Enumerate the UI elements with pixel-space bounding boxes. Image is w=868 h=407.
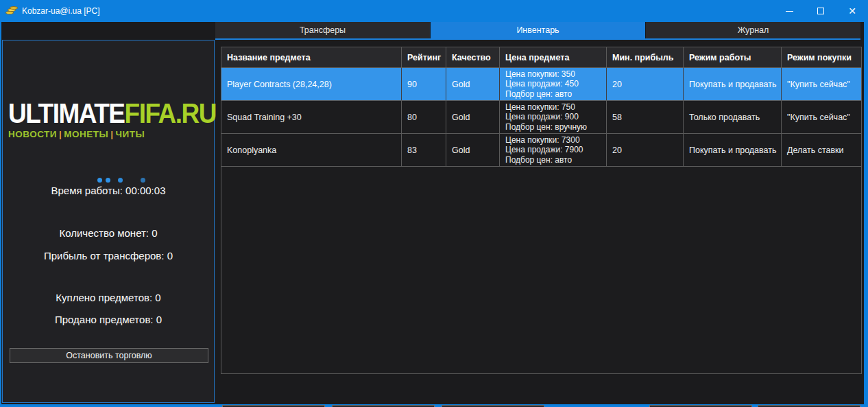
price-mode-line: Подбор цен: авто xyxy=(505,155,572,165)
main-content: Название предмета Рейтинг Качество Цена … xyxy=(218,40,863,404)
tab-inventory[interactable]: Инвентарь xyxy=(431,22,646,38)
window-title: Kobzar-ua@i.ua [PC] xyxy=(22,6,100,16)
transfer-profit-stat: Прибыль от трансферов: 0 xyxy=(3,250,214,261)
price-sell-line: Цена продажи: 900 xyxy=(505,112,579,122)
cell-quality: Gold xyxy=(446,134,500,166)
sidebar: ULTIMATEFIFA.RU НОВОСТИ|МОНЕТЫ|ЧИТЫ Врем… xyxy=(2,40,215,403)
loading-dot xyxy=(97,178,102,183)
cell-quality: Gold xyxy=(446,68,500,100)
uptime-stat: Время работы: 00:00:03 xyxy=(3,185,214,196)
tab-transfers[interactable]: Трансферы xyxy=(215,22,431,38)
inventory-table: Название предмета Рейтинг Качество Цена … xyxy=(221,47,862,374)
cell-buy-mode: "Купить сейчас" xyxy=(782,101,861,133)
logo-text-white: ULTIMATE xyxy=(8,98,125,128)
price-sell-line: Цена продажи: 7900 xyxy=(505,145,583,155)
cell-rating: 83 xyxy=(402,134,446,166)
app-body: Трансферы Инвентарь Журнал ULTIMATEFIFA.… xyxy=(0,22,868,407)
price-buy-line: Цена покупки: 350 xyxy=(505,69,575,80)
table-row[interactable]: Konoplyanka 83 Gold Цена покупки: 7300 Ц… xyxy=(221,134,861,167)
cell-min-profit: 58 xyxy=(607,101,684,133)
table-row[interactable]: Player Contracts (28,24,28) 90 Gold Цена… xyxy=(221,68,861,101)
price-mode-line: Подбор цен: вручную xyxy=(505,122,587,132)
price-sell-line: Цена продажи: 450 xyxy=(505,79,579,89)
header-buy-mode[interactable]: Режим покупки xyxy=(782,47,861,67)
cell-rating: 80 xyxy=(402,101,446,133)
price-buy-line: Цена покупки: 750 xyxy=(505,102,575,113)
tab-journal[interactable]: Журнал xyxy=(646,22,860,38)
maximize-button[interactable] xyxy=(805,0,836,22)
cell-price: Цена покупки: 750 Цена продажи: 900 Подб… xyxy=(500,101,607,133)
cell-work-mode: Покупать и продавать xyxy=(684,68,782,100)
loading-dot xyxy=(106,178,110,183)
logo-text-green: FIFA.RU xyxy=(125,98,216,128)
price-mode-line: Подбор цен: авто xyxy=(505,89,572,100)
minimize-button[interactable] xyxy=(773,0,805,22)
close-icon: ✕ xyxy=(848,6,856,16)
cell-work-mode: Только продавать xyxy=(684,101,782,133)
bought-items-stat: Куплено предметов: 0 xyxy=(3,292,214,303)
tab-strip: Трансферы Инвентарь Журнал xyxy=(215,22,860,40)
cell-item-name: Squad Training +30 xyxy=(221,101,402,133)
cell-min-profit: 20 xyxy=(607,134,684,166)
sold-items-stat: Продано предметов: 0 xyxy=(3,314,214,325)
title-bar: Kobzar-ua@i.ua [PC] ✕ xyxy=(0,0,868,22)
cell-item-name: Player Contracts (28,24,28) xyxy=(221,68,402,100)
loading-dot xyxy=(141,178,145,183)
header-price[interactable]: Цена предмета xyxy=(500,47,607,67)
logo-subtitle-item: МОНЕТЫ xyxy=(64,129,108,139)
cell-quality: Gold xyxy=(446,101,500,133)
logo-subtitle-item: ЧИТЫ xyxy=(116,129,145,139)
header-min-profit[interactable]: Мин. прибыль xyxy=(607,47,684,67)
cell-item-name: Konoplyanka xyxy=(221,134,402,166)
table-row[interactable]: Squad Training +30 80 Gold Цена покупки:… xyxy=(221,101,861,134)
logo-subtitle-separator: | xyxy=(57,129,64,139)
app-window: Kobzar-ua@i.ua [PC] ✕ Трансферы Инвентар… xyxy=(0,0,868,407)
cell-rating: 90 xyxy=(402,68,446,100)
cell-buy-mode: Делать ставки xyxy=(782,134,861,166)
logo-subtitle: НОВОСТИ|МОНЕТЫ|ЧИТЫ xyxy=(8,129,211,139)
header-rating[interactable]: Рейтинг xyxy=(402,47,446,67)
coins-app-icon xyxy=(5,6,18,16)
logo-subtitle-separator: | xyxy=(108,129,115,139)
minimize-icon xyxy=(786,11,793,12)
table-header-row: Название предмета Рейтинг Качество Цена … xyxy=(221,47,861,68)
cell-work-mode: Покупать и продавать xyxy=(684,134,782,166)
loading-dots xyxy=(3,178,215,183)
cell-min-profit: 20 xyxy=(607,68,684,100)
loading-dot xyxy=(118,178,123,183)
logo: ULTIMATEFIFA.RU НОВОСТИ|МОНЕТЫ|ЧИТЫ xyxy=(8,101,211,139)
stop-trading-button[interactable]: Остановить торговлю xyxy=(10,348,208,363)
header-item-name[interactable]: Название предмета xyxy=(221,47,402,67)
cell-buy-mode: "Купить сейчас" xyxy=(782,68,861,100)
header-work-mode[interactable]: Режим работы xyxy=(684,47,782,67)
price-buy-line: Цена покупки: 7300 xyxy=(505,135,580,146)
cell-price: Цена покупки: 7300 Цена продажи: 7900 По… xyxy=(500,134,607,166)
header-quality[interactable]: Качество xyxy=(446,47,500,67)
coins-stat: Количество монет: 0 xyxy=(3,227,214,239)
cell-price: Цена покупки: 350 Цена продажи: 450 Подб… xyxy=(500,68,607,100)
close-button[interactable]: ✕ xyxy=(836,0,868,22)
maximize-icon xyxy=(817,8,824,14)
logo-subtitle-item: НОВОСТИ xyxy=(8,129,57,139)
